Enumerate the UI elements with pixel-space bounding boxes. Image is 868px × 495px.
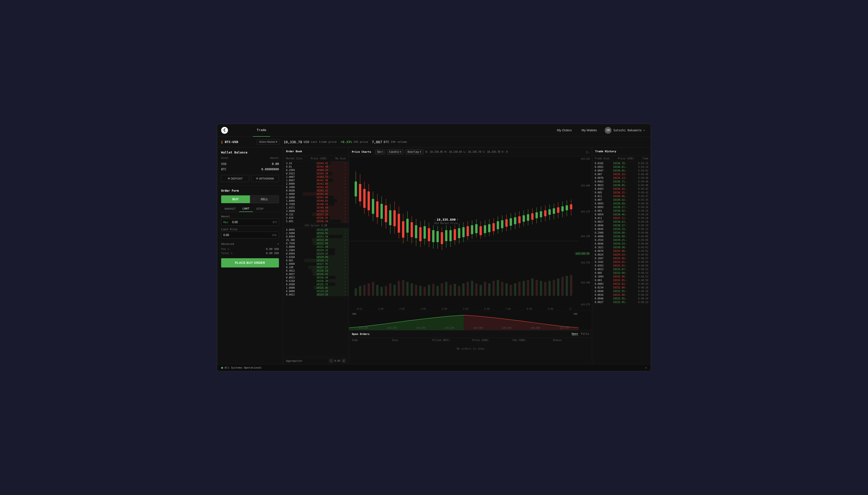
svg-rect-88 [432, 230, 434, 242]
tab-fills[interactable]: Fills [581, 332, 589, 336]
order-book-bid-row[interactable]: 0.001 10328.15 - [283, 259, 349, 262]
order-book-bid-row[interactable]: 1.2904 10329.35 - [283, 249, 349, 252]
time-10: 1( [569, 308, 572, 310]
trade-size: 0.0102 [595, 162, 607, 165]
wallet-actions: ⊕ DEPOSIT ⊖ WITHDRAW [221, 175, 279, 182]
order-book-bid-row[interactable]: 0.4022 10326.50 - [283, 269, 349, 272]
app-logo: C [221, 127, 228, 134]
deposit-button[interactable]: ⊕ DEPOSIT [221, 175, 249, 182]
my-orders-button[interactable]: My Orders [553, 127, 576, 134]
order-book-ask-row[interactable]: 0.5922 10344.30 - [283, 172, 349, 175]
tab-trade[interactable]: Trade [253, 124, 270, 137]
order-book-ask-row[interactable]: 0.7599 10340.35 - [283, 202, 349, 206]
order-book-bid-row[interactable]: 0.0999 10329.25 - [283, 252, 349, 255]
svg-rect-108 [475, 224, 477, 233]
order-book-ask-row[interactable]: 1.0047 10342.90 - [283, 178, 349, 182]
order-book-bid-row[interactable]: 2.5000 10334.95 - [283, 232, 349, 235]
trade-size: 0.0016 [595, 293, 607, 296]
bid-my-size: - [339, 276, 346, 279]
order-book-scrollable[interactable]: 3.14 10344.45 - 0.01 10344.40 - 0.2999 1… [283, 161, 349, 357]
trade-time: 9:49:06 [636, 239, 648, 241]
order-book-ask-row[interactable]: 5.601 10336.30 - [283, 220, 349, 223]
place-order-button[interactable]: PLACE BUY ORDER [221, 258, 279, 268]
aggregation-increase-button[interactable]: + [342, 359, 346, 363]
bid-my-size: - [339, 290, 346, 293]
order-book-bid-row[interactable]: 6.0000 10325.25 - [283, 289, 349, 293]
order-book-bid-row[interactable]: 0.100 10327.25 - [283, 266, 349, 269]
order-book-ask-row[interactable]: 2.414 10336.55 - [283, 216, 349, 220]
svg-rect-150 [566, 205, 568, 210]
market-tab[interactable]: MARKET [221, 206, 239, 212]
price-label-high: $10,425 [581, 158, 590, 160]
limit-tab[interactable]: LIMIT [239, 206, 253, 212]
order-book-ask-row[interactable]: 0.0688 10342.15 - [283, 189, 349, 192]
tab-open[interactable]: Open [572, 332, 578, 336]
order-book-bid-row[interactable]: 1.0000 10325.45 - [283, 286, 349, 289]
order-book-bid-row[interactable]: 0.0500 10325.75 - [283, 283, 349, 286]
order-book-bid-row[interactable]: 3.0268 10329.00 - [283, 255, 349, 259]
sell-tab[interactable]: SELL [250, 195, 279, 203]
order-book-bid-row[interactable]: 0.6168 10326.30 - [283, 279, 349, 283]
trade-history-row: 0.0027 10338.63↗ 9:49:20 [592, 220, 651, 224]
order-book-ask-row[interactable]: 0.2999 10344.35 - [283, 168, 349, 172]
bid-size: 0.4022 [286, 269, 301, 272]
my-wallets-button[interactable]: My Wallets [578, 127, 601, 134]
status-col-header: Status [553, 339, 589, 342]
chart-expand-button[interactable]: ▷ [586, 150, 589, 154]
order-book-bid-row[interactable]: 1.0000 10327.95 - [283, 262, 349, 266]
trade-size: 0.011 [595, 217, 607, 220]
buy-tab[interactable]: BUY [221, 195, 250, 203]
trade-history-row: 0.0093 10338.27↗ 9:49:28 [592, 205, 651, 209]
trade-time: 9:48:54 [636, 261, 648, 263]
overlay-selector[interactable]: Overlay ▾ [406, 149, 424, 154]
stop-tab[interactable]: STOP [253, 206, 267, 212]
chart-type-selector[interactable]: Candle ▾ [387, 149, 403, 154]
advanced-toggle[interactable]: Advanced ▾ [221, 241, 279, 247]
wallet-balance-section: Wallet Balance Asset Amount USD 0.00 BTC… [217, 148, 283, 186]
order-book-ask-row[interactable]: 3.14 10344.45 - [283, 161, 349, 165]
user-area[interactable]: SN Satoshi Nakamoto ▾ [603, 126, 647, 135]
order-book-ask-row[interactable]: 0.01 10344.40 - [283, 165, 349, 168]
aggregation-decrease-button[interactable]: − [329, 359, 333, 363]
order-book-bid-row[interactable]: 0.7599 10332.90 - [283, 242, 349, 245]
order-book-ask-row[interactable]: 3.0000 10339.25 - [283, 209, 349, 213]
svg-rect-54 [359, 184, 361, 201]
trade-size: 0.0353 [595, 264, 607, 267]
market-selector-button[interactable]: Select Market ▾ [257, 139, 280, 144]
limit-price-input[interactable] [222, 232, 270, 238]
settings-area[interactable]: ⚙ [645, 366, 647, 369]
price-label-low: $10,275 [581, 303, 590, 306]
svg-rect-48 [561, 277, 563, 296]
order-book-ask-row[interactable]: 0.132 10337.35 - [283, 213, 349, 216]
order-book-ask-row[interactable]: 0.1000 10342.65 - [283, 185, 349, 189]
order-book-bid-row[interactable]: 0.0021 10324.50 - [283, 293, 349, 296]
ask-price: 10344.45 [311, 162, 328, 165]
order-book-bid-row[interactable]: 25.300 10333.00 - [283, 238, 349, 242]
svg-rect-68 [389, 210, 391, 225]
gear-icon[interactable]: ⚙ [645, 366, 647, 369]
timeframe-selector[interactable]: 5m ▾ [375, 149, 385, 154]
order-book-bid-row[interactable]: 0.0984 10333.50 - [283, 235, 349, 238]
trade-time: 9:49:06 [636, 242, 648, 245]
order-book-bid-row[interactable]: 0.0037 10326.45 - [283, 272, 349, 276]
amount-label: Amount [221, 215, 279, 218]
bid-price: 10326.50 [311, 269, 328, 272]
order-book-bid-row[interactable]: 3.0000 10331.00 - [283, 245, 349, 249]
amount-input[interactable] [230, 219, 271, 225]
svg-rect-62 [376, 202, 378, 217]
order-book-bid-row[interactable]: 0.0023 10326.40 - [283, 276, 349, 279]
order-book-ask-row[interactable]: 0.6000 10341.80 - [283, 195, 349, 199]
order-book-ask-row[interactable]: 2.0000 10341.95 - [283, 192, 349, 195]
withdraw-button[interactable]: ⊖ WITHDRAW [251, 175, 279, 182]
order-book-ask-row[interactable]: 1.4371 10340.00 - [283, 206, 349, 209]
order-book-ask-row[interactable]: 2.0000 10342.85 - [283, 182, 349, 185]
ask-size: 1.4371 [286, 206, 301, 209]
total-label: Total = [221, 252, 232, 255]
order-book-ask-row[interactable]: 1.0087 10343.75 - [283, 175, 349, 178]
bid-price: 10329.25 [311, 252, 328, 255]
order-book-ask-row[interactable]: 1.0000 10340.65 - [283, 199, 349, 202]
ask-size: 2.0000 [286, 183, 301, 185]
order-book-bid-row[interactable]: 4.0045 10335.05 - [283, 228, 349, 232]
max-prefix[interactable]: Max [222, 221, 230, 224]
chart-type-chevron-icon: ▾ [399, 150, 401, 153]
